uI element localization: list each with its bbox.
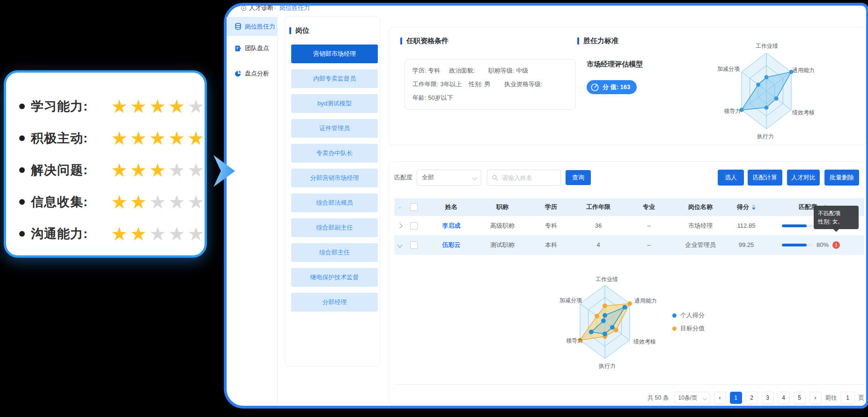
legend-personal-score[interactable]: 个人得分 xyxy=(672,311,705,320)
position-item-6[interactable]: 综合部法规员 xyxy=(291,194,378,212)
cell-match: 80% xyxy=(771,241,864,249)
position-item-4[interactable]: 专卖办中队长 xyxy=(291,144,378,163)
position-item-7[interactable]: 综合部副主任 xyxy=(291,218,378,237)
rating-label: 沟通能力: xyxy=(31,225,105,242)
radar-axis-label: 加减分项 xyxy=(559,297,582,305)
positions-title: 岗位 xyxy=(289,26,309,35)
position-item-5[interactable]: 分部营销市场经理 xyxy=(291,169,378,187)
table-row: 伍彩云 测试职称 本科 4 – 企业管理员 99.25 80% xyxy=(394,235,864,255)
field-age: 年龄: 50岁以下 xyxy=(412,94,453,102)
table-bottom-divider xyxy=(394,384,864,385)
position-item-1[interactable]: 内部专卖监督员 xyxy=(291,69,378,88)
position-item-3[interactable]: 证件管理员 xyxy=(291,119,378,138)
cell-title: 测试职称 xyxy=(480,241,524,249)
sort-desc-icon[interactable] xyxy=(752,208,756,210)
star-filled-icon: ★ xyxy=(130,224,147,243)
page-button-1[interactable]: 1 xyxy=(730,392,742,404)
position-item-9[interactable]: 继电保护技术监督 xyxy=(291,268,378,287)
qualification-title: 任职资格条件 xyxy=(400,37,449,45)
star-filled-icon: ★ xyxy=(111,224,128,243)
legend-dot-icon xyxy=(672,313,677,318)
qualification-box: 学历: 专科 政治面貌: 职称等级: 中级 工作年限: 3年以上 性别: 男 执… xyxy=(405,59,576,110)
person-name-link[interactable]: 李启成 xyxy=(442,222,461,230)
mismatch-warning-icon[interactable] xyxy=(832,241,840,249)
page-button-5[interactable]: 5 xyxy=(794,392,806,404)
bullet-icon xyxy=(19,167,25,173)
page-button-2[interactable]: 2 xyxy=(746,392,758,404)
bullet-icon xyxy=(19,231,25,237)
cell-major: – xyxy=(619,241,679,248)
radar-axis-label: 执行力 xyxy=(599,362,616,370)
expand-row-icon[interactable] xyxy=(397,223,402,228)
legend-target-score[interactable]: 目标分值 xyxy=(672,324,705,333)
chevron-down-icon xyxy=(472,175,477,180)
name-search-input[interactable] xyxy=(501,174,556,182)
sort-score-control[interactable] xyxy=(752,204,756,210)
breadcrumb-current: 岗位胜任力 xyxy=(280,4,310,12)
radar-axis-label: 领导力 xyxy=(566,337,583,345)
match-filter-label: 匹配度 xyxy=(394,173,412,182)
sidebar-item-label: 盘点分析 xyxy=(245,69,269,78)
goto-unit: 页 xyxy=(859,394,865,402)
page-button-4[interactable]: 4 xyxy=(778,392,790,404)
cell-years: 4 xyxy=(578,241,619,248)
star-filled-icon: ★ xyxy=(149,161,166,179)
row-checkbox[interactable] xyxy=(410,222,418,230)
cell-education: 专科 xyxy=(524,222,578,230)
next-page-button[interactable]: › xyxy=(809,392,822,404)
screen: 人才诊断 › 岗位胜任力 岗位胜任力 团队盘点 盘点分析 岗位 营销部市场经理 xyxy=(0,0,868,417)
qualification-row: 学历: 专科 政治面貌: 职称等级: 中级 xyxy=(412,67,568,75)
star-empty-icon: ★ xyxy=(187,224,204,243)
bullet-icon xyxy=(19,104,25,109)
cell-position: 企业管理员 xyxy=(679,241,722,249)
pagination: 共 50 条 10条/页 ‹ 1 2 3 4 5 › 前往 页 xyxy=(647,392,864,404)
select-person-button[interactable]: 选人 xyxy=(718,170,744,186)
mismatch-tooltip: 不匹配项 性别: 女, xyxy=(814,206,859,229)
position-item-10[interactable]: 分部经理 xyxy=(291,293,378,312)
match-calc-button[interactable]: 匹配计算 xyxy=(748,170,782,186)
radar-axis-label: 执行力 xyxy=(757,133,774,141)
goto-page-input[interactable] xyxy=(841,392,855,404)
star-rating: ★★★★★ xyxy=(111,97,204,116)
ability-rating-card: 学习能力: ★★★★★ 积极主动: ★★★★★ 解决问题: ★★★★★ 信息收集… xyxy=(4,70,207,258)
sidebar-item-analysis[interactable]: 盘点分析 xyxy=(235,69,269,78)
sidebar-item-competency[interactable]: 岗位胜任力 xyxy=(227,17,277,36)
table-row: 李启成 高级职称 专科 36 – 市场经理 112.85 80% xyxy=(394,216,864,236)
sort-asc-icon[interactable] xyxy=(752,204,756,207)
breadcrumb-separator: › xyxy=(274,4,276,12)
star-rating: ★★★★★ xyxy=(111,161,204,179)
star-filled-icon: ★ xyxy=(111,161,128,179)
position-item-2[interactable]: byd测试模型 xyxy=(291,94,378,113)
gauge-icon xyxy=(590,83,599,92)
radar-axis-label: 通用能力 xyxy=(792,67,815,74)
position-item-8[interactable]: 综合部主任 xyxy=(291,243,378,262)
position-item-0[interactable]: 营销部市场经理 xyxy=(291,45,378,63)
rating-label: 学习能力: xyxy=(31,98,105,115)
page-button-3[interactable]: 3 xyxy=(762,392,774,404)
star-filled-icon: ★ xyxy=(169,97,185,116)
collapse-row-icon[interactable] xyxy=(397,242,402,247)
star-filled-icon: ★ xyxy=(130,97,147,116)
breadcrumb-root[interactable]: 人才诊断 xyxy=(249,4,273,12)
pagination-total: 共 50 条 xyxy=(647,394,669,402)
person-name-link[interactable]: 伍彩云 xyxy=(442,241,461,249)
header-major: 专业 xyxy=(619,203,679,211)
sidebar-divider xyxy=(277,14,278,405)
prev-page-button[interactable]: ‹ xyxy=(714,392,726,404)
talent-compare-button[interactable]: 人才对比 xyxy=(787,170,820,186)
select-all-checkbox[interactable] xyxy=(410,203,418,211)
batch-delete-button[interactable]: 批量删除 xyxy=(824,170,859,186)
star-filled-icon: ★ xyxy=(130,161,147,179)
radar-axis-label: 加减分项 xyxy=(717,65,740,73)
search-button[interactable]: 查询 xyxy=(566,170,591,185)
header-corner: - xyxy=(394,204,405,211)
legend-dot-icon xyxy=(672,327,677,331)
row-checkbox[interactable] xyxy=(410,241,418,249)
match-progress-bar xyxy=(782,244,813,246)
sidebar-item-team[interactable]: 团队盘点 xyxy=(235,44,269,52)
bullet-icon xyxy=(19,199,25,205)
bullet-icon xyxy=(19,135,25,141)
pie-chart-icon xyxy=(235,70,242,77)
page-size-select[interactable]: 10条/页 xyxy=(675,392,710,404)
match-filter-select[interactable]: 全部 xyxy=(417,170,481,186)
